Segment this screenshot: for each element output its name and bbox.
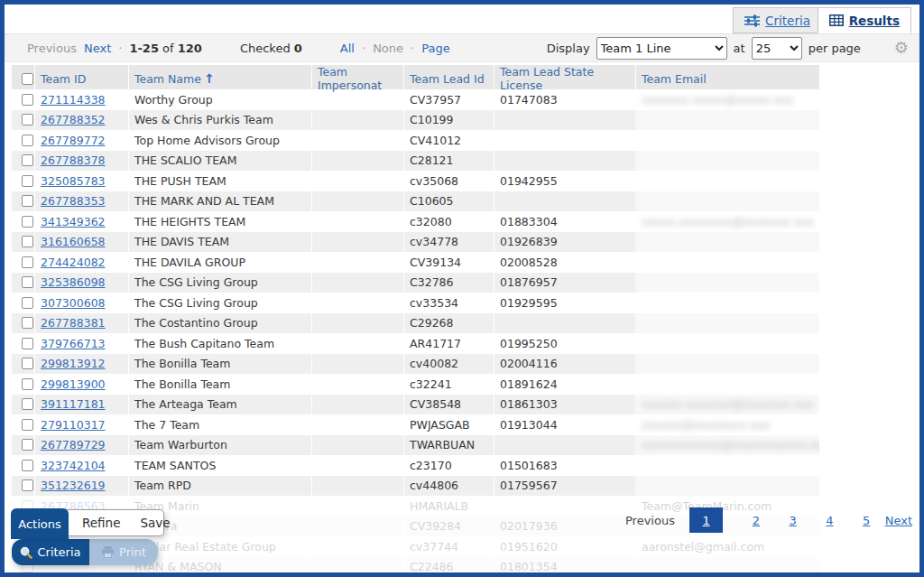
team-lead-id-cell: CV37957 xyxy=(404,89,494,110)
tab-results[interactable]: Results xyxy=(818,7,911,33)
team-id-link[interactable]: 325085783 xyxy=(41,174,106,188)
per-page-select[interactable]: 25 xyxy=(752,37,802,60)
pagination-page-link[interactable]: 2 xyxy=(753,514,760,527)
row-checkbox[interactable] xyxy=(22,398,33,410)
select-page-link[interactable]: Page xyxy=(421,42,449,55)
team-impersonation-cell xyxy=(312,211,404,232)
team-id-link[interactable]: 274424082 xyxy=(41,256,106,269)
pagination-next[interactable]: Next xyxy=(885,514,912,527)
toolbar: Previous Next · 1-25 of 120 Checked 0 Al… xyxy=(5,33,919,62)
previous-link[interactable]: Previous xyxy=(27,42,77,55)
team-id-link[interactable]: 267788353 xyxy=(41,194,106,208)
select-all-link[interactable]: All xyxy=(340,42,355,55)
row-checkbox[interactable] xyxy=(22,236,33,247)
team-id-link[interactable]: 325386098 xyxy=(41,275,106,289)
team-id-link[interactable]: 341349362 xyxy=(41,215,106,228)
select-all-checkbox[interactable] xyxy=(22,73,33,85)
row-checkbox[interactable] xyxy=(22,135,33,146)
team-id-link[interactable]: 267788352 xyxy=(41,113,106,126)
row-checkbox[interactable] xyxy=(22,114,33,126)
row-checkbox[interactable] xyxy=(22,154,33,166)
row-checkbox[interactable] xyxy=(22,460,33,471)
team-id-link[interactable]: 267788381 xyxy=(41,316,106,330)
pagination-page-link[interactable]: 5 xyxy=(863,514,870,527)
team-lead-state-license-cell: 01995250 xyxy=(494,333,636,354)
print-button[interactable]: Print xyxy=(89,539,158,565)
row-checkbox[interactable] xyxy=(22,94,33,106)
select-none-link[interactable]: None xyxy=(373,42,403,55)
team-id-cell: 379766713 xyxy=(35,333,129,354)
row-checkbox[interactable] xyxy=(22,439,33,451)
redacted-email-text: xxxxxxxxxxxx@xxxxxxxxxxx.xxx xyxy=(642,438,820,451)
row-checkbox[interactable] xyxy=(22,175,33,187)
team-id-link[interactable]: 391117181 xyxy=(41,397,106,411)
display-select[interactable]: Team 1 Line xyxy=(596,37,727,60)
row-checkbox[interactable] xyxy=(22,419,33,431)
column-header-team-lead-state-license[interactable]: Team Lead State License xyxy=(494,65,636,92)
team-lead-id-cell: CV39134 xyxy=(404,252,494,273)
team-lead-id-cell: cv37744 xyxy=(404,536,494,557)
team-lead-state-license-cell xyxy=(494,110,636,131)
team-name-cell: The Costantino Group xyxy=(129,313,312,334)
settings-gear-icon[interactable]: ⚙ xyxy=(894,40,909,56)
team-email-cell xyxy=(636,232,820,253)
tab-save[interactable]: Save xyxy=(140,516,170,530)
header-checkbox-cell xyxy=(12,65,35,92)
pagination-page-current[interactable]: 1 xyxy=(689,507,723,533)
team-id-link[interactable]: 267788378 xyxy=(41,154,106,167)
row-checkbox[interactable] xyxy=(22,338,33,349)
team-id-link[interactable]: 299813912 xyxy=(41,357,106,370)
row-checkbox[interactable] xyxy=(22,378,33,390)
row-checkbox[interactable] xyxy=(22,317,33,329)
row-checkbox[interactable] xyxy=(22,479,33,491)
team-id-cell: 307300608 xyxy=(35,293,129,313)
team-name-cell: The Bush Capitano Team xyxy=(129,333,312,354)
team-id-link[interactable]: 271114338 xyxy=(41,93,106,107)
magnifier-icon xyxy=(20,546,32,559)
pagination-page-link[interactable]: 4 xyxy=(826,514,833,527)
team-id-link[interactable]: 351232619 xyxy=(41,479,106,492)
team-id-link[interactable]: 379766713 xyxy=(41,337,106,350)
pagination-previous[interactable]: Previous xyxy=(625,514,675,527)
team-id-link[interactable]: 267789729 xyxy=(41,438,106,451)
team-lead-id-cell: CV39284 xyxy=(404,517,494,537)
team-email-cell xyxy=(636,151,820,172)
row-checkbox[interactable] xyxy=(22,256,33,268)
column-header-team-id[interactable]: Team ID xyxy=(35,65,129,92)
team-id-link[interactable]: 279110317 xyxy=(41,418,106,432)
row-checkbox[interactable] xyxy=(22,195,33,207)
row-checkbox[interactable] xyxy=(22,358,33,369)
row-checkbox-cell xyxy=(12,252,35,273)
team-id-link[interactable]: 307300608 xyxy=(41,296,106,310)
team-id-link[interactable]: 267789772 xyxy=(41,134,106,147)
team-id-link[interactable]: 316160658 xyxy=(41,235,106,248)
checked-count: Checked 0 xyxy=(240,42,302,55)
team-lead-state-license-cell: 01861303 xyxy=(494,395,636,415)
team-email-cell xyxy=(636,252,820,273)
criteria-button[interactable]: Criteria xyxy=(12,539,89,565)
team-id-link[interactable]: 323742104 xyxy=(41,459,106,472)
team-lead-id-cell: TWARBUAN xyxy=(404,435,494,456)
team-impersonation-cell xyxy=(312,191,404,212)
row-checkbox-cell xyxy=(12,354,35,375)
team-id-cell: 341349362 xyxy=(35,211,129,232)
next-link[interactable]: Next xyxy=(84,42,111,55)
column-header-team-lead-id[interactable]: Team Lead Id xyxy=(404,65,494,92)
column-header-team-impersonation[interactable]: Team Impersonat xyxy=(312,65,404,92)
pagination-page-link[interactable]: 3 xyxy=(790,514,797,527)
column-header-team-name[interactable]: Team Name↑ xyxy=(129,65,312,92)
row-checkbox-cell xyxy=(12,476,35,497)
tab-criteria[interactable]: Criteria xyxy=(733,7,822,33)
team-impersonation-cell xyxy=(312,414,404,435)
team-id-link[interactable]: 299813900 xyxy=(41,377,106,391)
column-header-team-email[interactable]: Team Email xyxy=(636,65,820,92)
row-checkbox[interactable] xyxy=(22,216,33,228)
row-checkbox[interactable] xyxy=(22,276,33,288)
team-email-cell xyxy=(636,273,820,293)
tab-refine[interactable]: Refine xyxy=(82,516,120,530)
redacted-email-text: xxxxxxx.xxxxx@xxxxx.xxx xyxy=(642,93,793,107)
row-checkbox[interactable] xyxy=(22,297,33,309)
row-checkbox-cell xyxy=(12,232,35,253)
team-name-cell: TEAM SANTOS xyxy=(129,455,312,476)
tab-actions[interactable]: Actions xyxy=(11,508,69,539)
